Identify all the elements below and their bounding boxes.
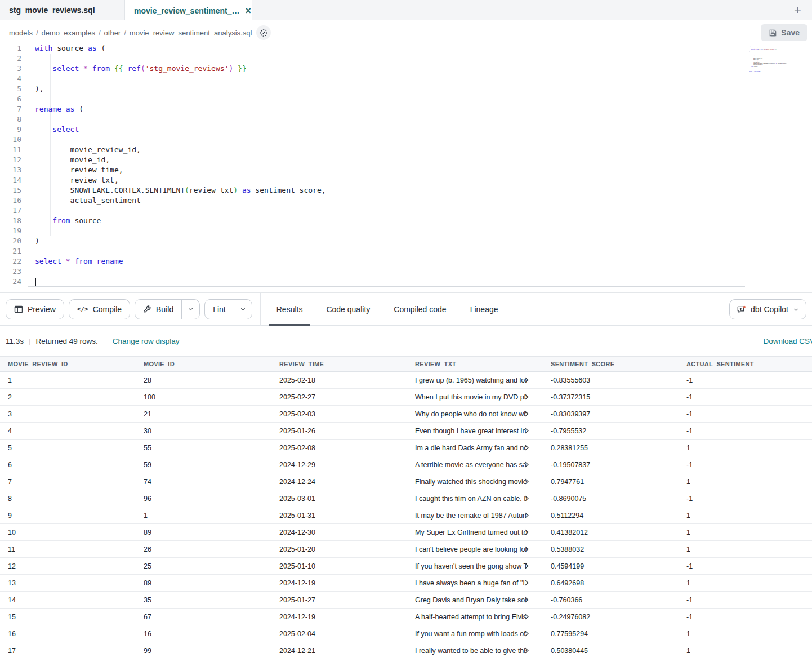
lint-dropdown-button[interactable] xyxy=(234,299,252,319)
editor-line: select * from {{ ref('stg_movie_reviews'… xyxy=(35,64,247,74)
tab-lineage[interactable]: Lineage xyxy=(470,293,498,326)
cell-movie_id: 99 xyxy=(136,642,271,657)
expand-cell-icon[interactable] xyxy=(523,579,530,587)
results-pane-tabs: ResultsCode qualityCompiled codeLineage xyxy=(276,293,498,326)
cell-review_txt: Im a die hard Dads Army fan and nothi… xyxy=(407,440,543,456)
editor-line: select xyxy=(35,125,79,135)
cell-movie_review_id: 3 xyxy=(0,406,136,422)
sql-code-editor[interactable]: 123456789101112131415161718192021222324 … xyxy=(0,45,812,293)
cell-review_txt: If you want a fun romp with loads of s… xyxy=(407,625,543,642)
cell-sentiment_score: -0.7955532 xyxy=(543,423,679,439)
expand-cell-icon[interactable] xyxy=(523,427,530,434)
cell-actual_sentiment: -1 xyxy=(679,372,812,388)
cell-actual_sentiment: 1 xyxy=(679,575,812,591)
cell-review_time: 2025-03-01 xyxy=(271,490,407,507)
copilot-button-label: dbt Copilot xyxy=(751,305,788,314)
editor-tab-0[interactable]: stg_movie_reviews.sql xyxy=(0,0,125,20)
cell-review_txt: I can't believe people are looking for a… xyxy=(407,541,543,557)
expand-cell-icon[interactable] xyxy=(523,461,530,468)
expand-cell-icon[interactable] xyxy=(523,630,530,637)
expand-cell-icon[interactable] xyxy=(523,545,530,553)
review-text: If you want a fun romp with loads of s… xyxy=(415,630,527,638)
line-number: 3 xyxy=(0,64,21,74)
cell-review_txt: I grew up (b. 1965) watching and lovin… xyxy=(407,372,543,388)
expand-cell-icon[interactable] xyxy=(523,444,530,451)
floppy-disk-icon xyxy=(769,29,777,37)
table-row: 16162025-02-04If you want a fun romp wit… xyxy=(0,625,812,642)
review-text: A half-hearted attempt to bring Elvis P… xyxy=(415,613,527,621)
expand-cell-icon[interactable] xyxy=(523,478,530,485)
cell-review_time: 2025-02-18 xyxy=(271,372,407,388)
line-number: 17 xyxy=(0,206,21,216)
cell-sentiment_score: 0.4594199 xyxy=(543,558,679,574)
cell-movie_review_id: 5 xyxy=(0,440,136,456)
cell-review_time: 2024-12-19 xyxy=(271,575,407,591)
table-row: 1282025-02-18I grew up (b. 1965) watchin… xyxy=(0,372,812,389)
expand-cell-icon[interactable] xyxy=(523,495,530,502)
cell-movie_review_id: 11 xyxy=(0,541,136,557)
tab-compiled-code[interactable]: Compiled code xyxy=(394,293,446,326)
change-row-display-link[interactable]: Change row display xyxy=(113,337,180,345)
expand-cell-icon[interactable] xyxy=(523,562,530,570)
review-text: Greg Davis and Bryan Daly take some … xyxy=(415,596,527,604)
expand-cell-icon[interactable] xyxy=(523,512,530,519)
cell-movie_id: 28 xyxy=(136,372,271,388)
build-button[interactable]: Build xyxy=(135,299,181,319)
breadcrumb-separator: / xyxy=(99,29,101,37)
breadcrumb-segment: movie_review_sentiment_analysis.sql xyxy=(130,29,252,37)
editor-minimap[interactable]: with source as ( select * from {{ ref('s… xyxy=(749,46,810,83)
breadcrumb-separator: / xyxy=(36,29,38,37)
column-header-actual_sentiment: ACTUAL_SENTIMENT xyxy=(679,357,812,371)
preview-button[interactable]: Preview xyxy=(6,299,64,319)
editor-tab-1[interactable]: movie_review_sentiment_…× xyxy=(125,0,252,21)
review-text: When I put this movie in my DVD playe… xyxy=(415,393,527,401)
cell-movie_review_id: 8 xyxy=(0,490,136,507)
cell-actual_sentiment: 1 xyxy=(679,625,812,642)
cell-sentiment_score: 0.5112294 xyxy=(543,507,679,523)
table-row: 11262025-01-20I can't believe people are… xyxy=(0,541,812,558)
cell-review_time: 2024-12-29 xyxy=(271,456,407,473)
cell-movie_id: 96 xyxy=(136,490,271,507)
cell-actual_sentiment: -1 xyxy=(679,406,812,422)
cell-review_time: 2025-02-27 xyxy=(271,389,407,405)
expand-cell-icon[interactable] xyxy=(523,410,530,418)
minimap-content: with source as ( select * from {{ ref('s… xyxy=(749,46,807,74)
build-dropdown-button[interactable] xyxy=(181,299,199,319)
new-tab-button[interactable]: + xyxy=(783,0,812,20)
tab-bar-spacer xyxy=(252,0,783,20)
column-header-review_time: REVIEW_TIME xyxy=(271,357,407,371)
download-csv-link[interactable]: Download CSV xyxy=(763,326,812,356)
cell-movie_review_id: 10 xyxy=(0,524,136,540)
cell-movie_id: 21 xyxy=(136,406,271,422)
edit-file-badge[interactable] xyxy=(256,25,271,40)
expand-cell-icon[interactable] xyxy=(523,529,530,536)
cell-movie_review_id: 17 xyxy=(0,642,136,657)
current-line-highlight xyxy=(28,277,745,287)
editor-action-buttons: Preview </> Compile Build xyxy=(0,299,252,319)
line-number: 8 xyxy=(0,114,21,125)
cell-review_time: 2024-12-21 xyxy=(271,642,407,657)
expand-cell-icon[interactable] xyxy=(523,647,530,654)
lint-button[interactable]: Lint xyxy=(205,299,234,319)
close-icon[interactable]: × xyxy=(246,6,252,15)
expand-cell-icon[interactable] xyxy=(523,596,530,603)
cell-review_time: 2025-01-31 xyxy=(271,507,407,523)
tab-code-quality[interactable]: Code quality xyxy=(326,293,370,326)
review-text: Why do people who do not know what… xyxy=(415,410,527,418)
tab-results[interactable]: Results xyxy=(276,293,303,326)
expand-cell-icon[interactable] xyxy=(523,376,530,384)
cell-movie_review_id: 2 xyxy=(0,389,136,405)
editor-line: from source xyxy=(35,216,101,226)
cell-review_time: 2025-01-10 xyxy=(271,558,407,574)
cell-movie_id: 26 xyxy=(136,541,271,557)
line-number: 1 xyxy=(0,45,21,54)
cell-movie_id: 55 xyxy=(136,440,271,456)
review-text: I really wanted to be able to give this … xyxy=(415,647,527,655)
expand-cell-icon[interactable] xyxy=(523,613,530,620)
expand-cell-icon[interactable] xyxy=(523,393,530,401)
compile-button[interactable]: </> Compile xyxy=(69,299,130,319)
save-button[interactable]: Save xyxy=(761,24,807,41)
build-split-button: Build xyxy=(135,299,200,319)
review-text: A terrible movie as everyone has said. … xyxy=(415,461,527,469)
dbt-copilot-button[interactable]: dbt Copilot xyxy=(729,299,806,319)
